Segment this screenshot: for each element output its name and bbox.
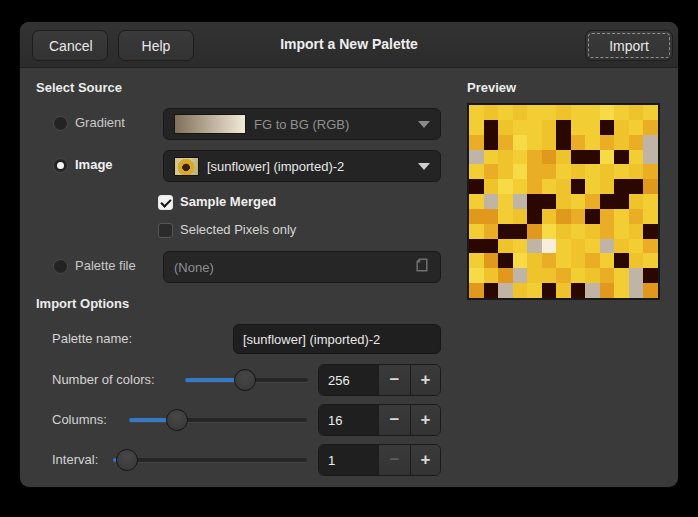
palette-preview-cell (484, 150, 499, 165)
palette-preview-cell (513, 209, 528, 224)
palette-preview-cell (600, 135, 615, 150)
palette-preview-cell (527, 224, 542, 239)
palette-preview-cell (484, 164, 499, 179)
palette-name-label: Palette name: (52, 331, 132, 347)
palette-preview-cell (542, 209, 557, 224)
gradient-select[interactable]: FG to BG (RGB) (163, 108, 441, 140)
number-of-colors-label: Number of colors: (52, 372, 155, 388)
palette-preview-cell (643, 120, 658, 135)
palette-preview-cell (571, 150, 586, 165)
import-button[interactable]: Import (585, 30, 673, 61)
interval-slider[interactable] (113, 449, 307, 471)
palette-preview-cell (484, 253, 499, 268)
palette-preview-cell (556, 283, 571, 298)
number-of-colors-slider[interactable] (185, 369, 308, 391)
palette-preview-cell (614, 253, 629, 268)
slider-handle[interactable] (166, 409, 188, 431)
palette-preview-cell (629, 164, 644, 179)
image-select-value: [sunflower] (imported)-2 (207, 159, 344, 174)
palette-preview-cell (629, 268, 644, 283)
palette-file-value: (None) (174, 260, 214, 275)
palette-preview-cell (643, 105, 658, 120)
palette-file-radio[interactable] (53, 259, 68, 274)
palette-name-input[interactable] (233, 324, 441, 354)
chevron-down-icon (418, 163, 430, 170)
image-select[interactable]: [sunflower] (imported)-2 (163, 150, 441, 182)
palette-preview-cell (600, 253, 615, 268)
palette-preview-cell (513, 268, 528, 283)
palette-preview-cell (643, 150, 658, 165)
palette-preview-cell (542, 164, 557, 179)
palette-preview-cell (643, 209, 658, 224)
palette-preview-cell (571, 239, 586, 254)
palette-preview-cell (629, 120, 644, 135)
palette-preview-cell (643, 253, 658, 268)
palette-preview-cell (513, 194, 528, 209)
sample-merged-checkbox[interactable] (158, 195, 173, 210)
palette-preview-cell (469, 253, 484, 268)
palette-preview-cell (513, 239, 528, 254)
slider-handle[interactable] (116, 449, 138, 471)
palette-preview-cell (498, 135, 513, 150)
palette-preview-cell (484, 268, 499, 283)
palette-preview-cell (571, 120, 586, 135)
palette-preview-cell (600, 120, 615, 135)
palette-preview-cell (542, 105, 557, 120)
palette-preview-cell (484, 105, 499, 120)
columns-label: Columns: (52, 412, 107, 428)
palette-preview-cell (585, 150, 600, 165)
palette-preview-cell (469, 194, 484, 209)
palette-preview-cell (629, 224, 644, 239)
palette-preview-cell (542, 224, 557, 239)
plus-button[interactable]: + (410, 405, 440, 435)
image-radio-label: Image (75, 157, 113, 173)
palette-preview-cell (643, 164, 658, 179)
palette-preview-cell (629, 135, 644, 150)
palette-preview-cell (469, 209, 484, 224)
plus-button[interactable]: + (410, 445, 440, 475)
palette-preview-cell (585, 224, 600, 239)
palette-preview-cell (585, 283, 600, 298)
palette-preview-cell (527, 164, 542, 179)
interval-value[interactable]: 1 (319, 445, 378, 475)
palette-file-chooser-button[interactable]: (None) (163, 251, 441, 283)
palette-preview-cell (498, 164, 513, 179)
minus-button[interactable]: − (378, 405, 410, 435)
columns-value[interactable]: 16 (319, 405, 378, 435)
palette-preview-cell (571, 268, 586, 283)
palette-preview-cell (498, 120, 513, 135)
palette-preview-cell (556, 120, 571, 135)
slider-handle[interactable] (234, 369, 256, 391)
number-of-colors-spinner: 256 − + (318, 364, 441, 396)
palette-preview-cell (571, 194, 586, 209)
minus-button[interactable]: − (378, 365, 410, 395)
palette-preview-cell (527, 150, 542, 165)
palette-preview-cell (643, 179, 658, 194)
palette-preview-cell (585, 135, 600, 150)
palette-preview-cell (513, 179, 528, 194)
dialog-title: Import a New Palette (20, 36, 678, 52)
palette-preview-cell (469, 164, 484, 179)
columns-slider[interactable] (129, 409, 307, 431)
palette-preview-cell (614, 164, 629, 179)
palette-preview-cell (600, 239, 615, 254)
image-radio[interactable] (53, 158, 68, 173)
palette-preview-cell (556, 268, 571, 283)
palette-preview-cell (542, 150, 557, 165)
palette-preview-cell (498, 209, 513, 224)
number-of-colors-value[interactable]: 256 (319, 365, 378, 395)
palette-preview-cell (498, 150, 513, 165)
palette-preview-cell (542, 120, 557, 135)
palette-preview-cell (614, 224, 629, 239)
selected-pixels-checkbox[interactable] (158, 223, 173, 238)
palette-preview-cell (469, 150, 484, 165)
palette-preview (467, 103, 660, 300)
palette-preview-cell (484, 120, 499, 135)
plus-button[interactable]: + (410, 365, 440, 395)
slider-track[interactable] (113, 458, 307, 462)
palette-preview-cell (484, 224, 499, 239)
palette-preview-cell (513, 120, 528, 135)
palette-preview-cell (585, 268, 600, 283)
palette-preview-cell (614, 150, 629, 165)
gradient-radio[interactable] (53, 116, 68, 131)
